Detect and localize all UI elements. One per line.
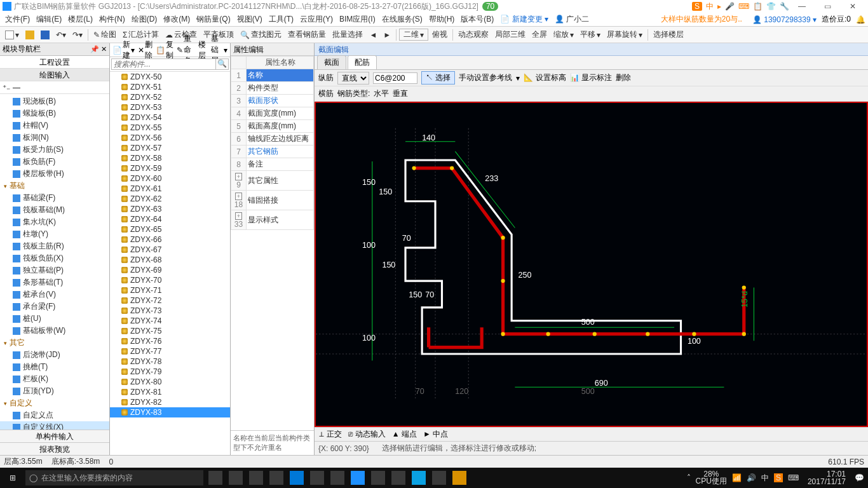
tab-rebar[interactable]: 配筋 (348, 55, 377, 69)
component-item[interactable]: ZDYX-53 (110, 102, 230, 112)
delete-button[interactable]: 删除 (616, 72, 631, 83)
dim-select[interactable]: 二维 ▾ (399, 29, 428, 41)
coin-label[interactable]: 造价豆:0 (822, 14, 851, 25)
component-item[interactable]: ZDYX-81 (110, 387, 230, 397)
dyn-button[interactable]: 动态观察 (456, 29, 491, 40)
tree-item[interactable]: 螺旋板(B) (0, 107, 109, 119)
property-row[interactable]: 2构件类型 (231, 82, 314, 95)
taskbar-search[interactable]: ◯ 在这里输入你要搜索的内容 (25, 470, 203, 485)
component-item[interactable]: ZDYX-60 (110, 173, 230, 184)
task-icon[interactable] (432, 471, 446, 485)
report-preview-button[interactable]: 报表预览 (0, 442, 109, 455)
section-drawing[interactable]: 绘图输入 (0, 69, 109, 81)
tree-item[interactable]: 筏板主筋(R) (0, 240, 109, 252)
component-item[interactable]: ZDYX-82 (110, 397, 230, 407)
tree-item[interactable]: 集水坑(K) (0, 216, 109, 228)
component-item[interactable]: ZDYX-55 (110, 123, 230, 133)
tree-item[interactable]: 自定义线(X) (0, 421, 109, 430)
property-row[interactable]: 6轴线距左边线距离 (231, 133, 314, 146)
property-row[interactable]: + 33显示样式 (231, 210, 314, 230)
max-button[interactable]: ▭ (815, 2, 840, 11)
tree-item[interactable]: 板受力筋(S) (0, 144, 109, 156)
collapse-icon[interactable]: — (13, 83, 20, 92)
manual-ref-button[interactable]: 手动设置参考线 (459, 72, 512, 83)
tab-section[interactable]: 截面 (317, 55, 346, 69)
spacing-input[interactable] (373, 72, 417, 84)
menu-rebar[interactable]: 钢筋量(Q) (194, 14, 233, 25)
tree-item[interactable]: 压顶(YD) (0, 385, 109, 397)
set-elev-button[interactable]: 📐 设置标高 (524, 72, 566, 83)
component-item[interactable]: ZDYX-77 (110, 346, 230, 356)
component-item[interactable]: ZDYX-83 (110, 407, 230, 417)
menu-edit[interactable]: 编辑(E) (34, 14, 64, 25)
task-icon[interactable] (249, 471, 263, 485)
batch-button[interactable]: 批量选择 (330, 29, 365, 40)
tree-item[interactable]: 筏板负筋(X) (0, 252, 109, 264)
nav-tree[interactable]: 现浇板(B)螺旋板(B)柱帽(V)板洞(N)板受力筋(S)板负筋(F)楼层板带(… (0, 94, 109, 430)
property-row[interactable]: + 18锚固搭接 (231, 191, 314, 210)
menu-view[interactable]: 视图(V) (234, 14, 265, 25)
select-tool-button[interactable]: ↖ 选择 (421, 71, 455, 85)
tree-item[interactable]: 后浇带(JD) (0, 349, 109, 361)
tree-item[interactable]: 基础板带(W) (0, 325, 109, 337)
component-item[interactable]: ZDYX-56 (110, 133, 230, 143)
menu-cloud[interactable]: 云应用(Y) (297, 14, 336, 25)
task-icon[interactable] (310, 471, 324, 485)
component-item[interactable]: ZDYX-74 (110, 316, 230, 326)
component-item[interactable]: ZDYX-63 (110, 204, 230, 214)
menu-online[interactable]: 在线服务(S) (379, 14, 425, 25)
search-input[interactable] (111, 58, 216, 70)
steel-button[interactable]: 查看钢筋量 (285, 29, 329, 40)
tray-vol-icon[interactable]: 🔊 (747, 473, 756, 482)
vert-button[interactable]: 垂直 (393, 88, 408, 99)
notice-text[interactable]: 大样中纵筋数量为20与.. (661, 14, 742, 25)
tray-ime-icon[interactable]: 中 (761, 473, 769, 484)
tree-item[interactable]: 基础梁(F) (0, 192, 109, 204)
property-row[interactable]: 8备注 (231, 158, 314, 171)
component-item[interactable]: ZDYX-62 (110, 194, 230, 204)
tray-notif-icon[interactable]: 💬 (855, 473, 864, 482)
start-button[interactable]: ⊞ (0, 473, 25, 482)
component-item[interactable]: ZDYX-70 (110, 275, 230, 285)
drawing-canvas[interactable]: 140 233 150 150 100 70 150 150 70 100 25… (315, 102, 868, 427)
tree-item[interactable]: 栏板(K) (0, 373, 109, 385)
bell-icon[interactable]: 🔔 (856, 15, 865, 24)
component-item[interactable]: ZDYX-75 (110, 326, 230, 336)
ime-bar[interactable]: S 中 ▸ 🎤 ⌨ 📋 👕 🔧 (692, 1, 789, 12)
property-row[interactable]: 3截面形状 (231, 95, 314, 107)
close-button[interactable]: ✕ (840, 2, 865, 11)
component-item[interactable]: ZDYX-57 (110, 143, 230, 153)
section-project[interactable]: 工程设置 (0, 56, 109, 69)
component-item[interactable]: ZDYX-78 (110, 356, 230, 367)
floor-button[interactable]: 选择楼层 (651, 29, 686, 40)
component-item[interactable]: ZDYX-61 (110, 184, 230, 194)
task-icon[interactable] (412, 471, 426, 485)
component-item[interactable]: ZDYX-64 (110, 214, 230, 224)
menu-bim[interactable]: BIM应用(I) (337, 14, 378, 25)
new-file-button[interactable]: ▾ (3, 30, 22, 39)
property-row[interactable]: 4截面宽度(mm) (231, 107, 314, 120)
menu-version[interactable]: 版本号(B) (458, 14, 496, 25)
open-button[interactable] (23, 30, 37, 39)
tray-keyboard-icon[interactable]: ⌨ (788, 473, 799, 482)
task-icon[interactable] (371, 471, 385, 485)
tree-item[interactable]: 现浇板(B) (0, 95, 109, 107)
tray-sogou-icon[interactable]: S (774, 473, 783, 482)
menu-draw[interactable]: 绘图(D) (129, 14, 160, 25)
tree-item[interactable]: 自定义点 (0, 409, 109, 421)
tree-item[interactable]: 承台梁(F) (0, 301, 109, 313)
tree-item[interactable]: 柱帽(V) (0, 119, 109, 132)
tray-up-icon[interactable]: ˄ (687, 473, 691, 482)
user-label[interactable]: 👤 广小二 (552, 14, 592, 25)
task-icon[interactable] (452, 471, 466, 485)
nav-back-button[interactable]: ◄ (367, 30, 379, 39)
component-item[interactable]: ZDYX-66 (110, 234, 230, 245)
tree-item[interactable]: 桩(U) (0, 313, 109, 325)
component-item[interactable]: ZDYX-65 (110, 224, 230, 234)
task-icon[interactable] (290, 471, 304, 485)
component-item[interactable]: ZDYX-59 (110, 163, 230, 173)
task-icon[interactable] (269, 471, 283, 485)
horiz-button[interactable]: 水平 (374, 88, 389, 99)
endpoint-button[interactable]: ▲ 端点 (392, 429, 417, 440)
save-button[interactable] (38, 30, 52, 39)
